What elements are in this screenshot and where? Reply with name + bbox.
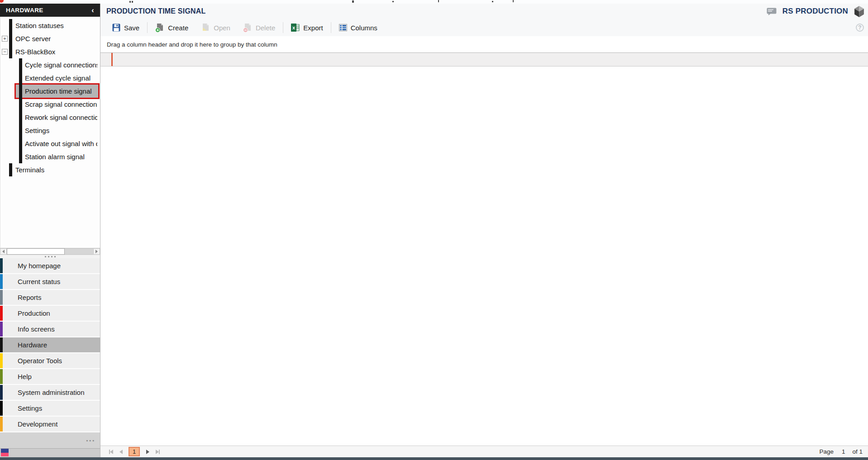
module-nav: My homepage Current status Reports Produ…: [0, 258, 100, 432]
pager-bar: 1 Page 1 of 1: [100, 446, 868, 457]
scrollbar-thumb[interactable]: [7, 248, 65, 255]
tree-item-terminals[interactable]: Terminals: [0, 163, 100, 176]
nav-item-operator-tools[interactable]: Operator Tools: [0, 353, 100, 368]
tree-item-rework-signal-connection[interactable]: Rework signal connection: [0, 111, 100, 124]
collapse-sidebar-icon[interactable]: ‹: [91, 7, 94, 14]
save-button[interactable]: Save: [106, 21, 146, 34]
delete-label: Delete: [256, 24, 275, 32]
tree-item-settings[interactable]: Settings: [0, 124, 100, 137]
hardware-tree: Station statuses + OPC server − RS-Black…: [0, 17, 100, 248]
tree-item-scrap-signal-connections[interactable]: Scrap signal connections: [0, 98, 100, 111]
nav-item-current-status[interactable]: Current status: [0, 274, 100, 289]
page-of-label: of 1: [852, 448, 863, 455]
title-bar: PRODUCTION TIME SIGNAL RS PRODUCTION: [100, 4, 868, 19]
page-number-field[interactable]: 1: [842, 448, 845, 455]
sidebar-header: HARDWARE ‹: [0, 4, 100, 17]
text-fragment: [132, 1, 133, 3]
tree-item-label: Station statuses: [15, 22, 64, 29]
toolbar: Save Create: [100, 19, 868, 36]
nav-item-label: Development: [18, 420, 57, 428]
nav-item-my-homepage[interactable]: My homepage: [0, 258, 100, 273]
nav-color-stripe: [0, 306, 3, 321]
grid-accent-line: [111, 53, 113, 66]
nav-color-stripe: [0, 290, 3, 305]
nav-item-development[interactable]: Development: [0, 417, 100, 432]
svg-text:x: x: [292, 25, 296, 30]
brand-name: RS PRODUCTION: [782, 7, 848, 16]
toolbar-separator: [331, 22, 331, 33]
tree-guide-bar: [19, 150, 22, 163]
columns-label: Columns: [351, 24, 377, 32]
nav-item-reports[interactable]: Reports: [0, 290, 100, 305]
tree-item-label: RS-BlackBox: [15, 48, 55, 56]
export-button[interactable]: x Export: [285, 21, 329, 34]
current-page-button[interactable]: 1: [129, 447, 140, 456]
create-label: Create: [168, 24, 188, 32]
tree-item-production-time-signal[interactable]: Production time signal: [0, 85, 100, 98]
save-label: Save: [124, 24, 139, 32]
export-label: Export: [303, 24, 323, 32]
page-indicator: Page 1 of 1: [819, 448, 863, 455]
chat-icon[interactable]: [767, 8, 777, 15]
text-fragment: [392, 1, 394, 2]
scroll-left-button[interactable]: [0, 248, 7, 255]
tree-guide-bar: [9, 19, 12, 32]
open-button[interactable]: Open: [195, 21, 237, 34]
nav-overflow-button[interactable]: •••: [0, 432, 100, 449]
ellipsis-icon: •••: [86, 438, 95, 443]
nav-item-label: Help: [18, 373, 32, 380]
group-by-dropzone[interactable]: Drag a column header and drop it here to…: [100, 36, 868, 52]
create-button[interactable]: Create: [149, 21, 195, 34]
nav-item-info-screens[interactable]: Info screens: [0, 322, 100, 337]
nav-item-label: Current status: [18, 278, 60, 285]
red-dot-icon: [0, 0, 4, 3]
nav-item-settings[interactable]: Settings: [0, 401, 100, 416]
tree-item-label: Terminals: [15, 166, 44, 174]
help-icon[interactable]: ?: [856, 24, 864, 32]
scroll-right-button[interactable]: [93, 248, 100, 255]
tree-item-label: Activate out signal with o: [25, 140, 97, 147]
nav-color-stripe: [0, 401, 3, 416]
sidebar-footer: [0, 449, 100, 457]
tree-item-label: Extended cycle signal: [25, 74, 91, 82]
tree-horizontal-scrollbar[interactable]: [0, 248, 100, 255]
tree-item-label: Station alarm signal: [25, 153, 85, 161]
nav-item-production[interactable]: Production: [0, 306, 100, 321]
nav-item-help[interactable]: Help: [0, 369, 100, 384]
nav-color-stripe: [0, 322, 3, 337]
tree-item-activate-out-signal[interactable]: Activate out signal with o: [0, 137, 100, 150]
tree-guide-bar: [9, 45, 12, 58]
nav-item-system-administration[interactable]: System administration: [0, 385, 100, 400]
previous-page-button[interactable]: [116, 447, 126, 456]
app-window: HARDWARE ‹ Station statuses + OPC server…: [0, 0, 868, 460]
last-page-button[interactable]: [153, 447, 162, 456]
tree-item-opc-server[interactable]: + OPC server: [0, 32, 100, 45]
save-icon: [112, 24, 120, 32]
expand-plus-icon[interactable]: +: [2, 36, 8, 42]
tree-guide-bar: [9, 163, 12, 176]
tree-item-station-statuses[interactable]: Station statuses: [0, 19, 100, 32]
collapse-minus-icon[interactable]: −: [2, 49, 8, 55]
first-page-icon: [110, 450, 113, 454]
panel-splitter[interactable]: [0, 255, 100, 258]
open-icon: [201, 23, 210, 33]
tree-guide-bar: [19, 137, 22, 150]
tree-item-cycle-signal-connections[interactable]: Cycle signal connections: [0, 58, 100, 71]
tree-item-rs-blackbox[interactable]: − RS-BlackBox: [0, 45, 100, 58]
tree-guide-bar: [19, 111, 22, 124]
nav-item-hardware[interactable]: Hardware: [0, 337, 100, 352]
grid-column-header-row[interactable]: [100, 52, 868, 66]
columns-button[interactable]: Columns: [333, 21, 384, 34]
tree-item-station-alarm-signal[interactable]: Station alarm signal: [0, 150, 100, 163]
next-page-button[interactable]: [143, 447, 153, 456]
language-flag-icon[interactable]: [1, 449, 9, 456]
text-fragment: [438, 0, 439, 2]
grid-body-empty[interactable]: [100, 66, 868, 446]
left-arrow-icon: [2, 250, 5, 253]
delete-button[interactable]: Delete: [237, 21, 281, 34]
last-page-icon: [156, 450, 159, 454]
scrollbar-track[interactable]: [65, 248, 93, 255]
text-fragment: [513, 0, 514, 2]
first-page-button[interactable]: [106, 447, 116, 456]
tree-item-extended-cycle-signal[interactable]: Extended cycle signal: [0, 71, 100, 85]
